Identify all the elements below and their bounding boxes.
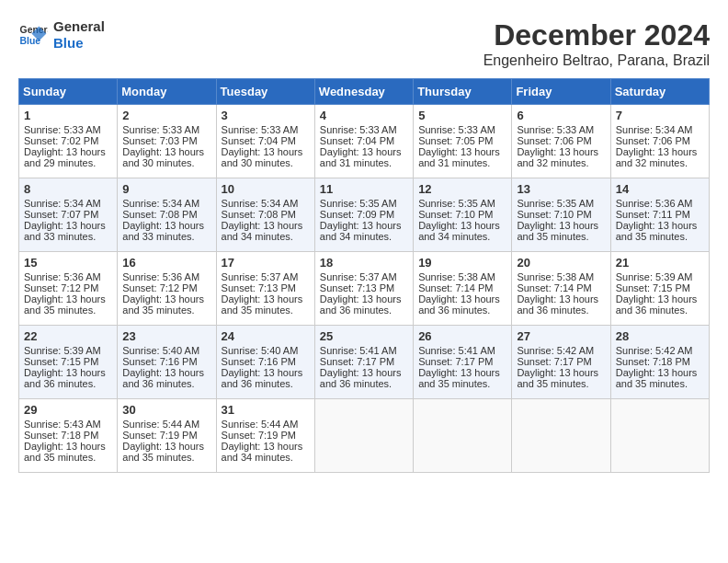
day-number: 25	[320, 329, 408, 343]
calendar-cell: 2Sunrise: 5:33 AMSunset: 7:03 PMDaylight…	[118, 105, 216, 178]
calendar-cell: 23Sunrise: 5:40 AMSunset: 7:16 PMDayligh…	[118, 326, 216, 399]
calendar-cell: 24Sunrise: 5:40 AMSunset: 7:16 PMDayligh…	[216, 326, 314, 399]
sunset-info: Sunset: 7:13 PM	[320, 282, 408, 293]
sunset-info: Sunset: 7:03 PM	[122, 135, 210, 146]
day-number: 29	[24, 403, 112, 417]
logo-line1: General	[53, 18, 105, 35]
calendar-cell: 5Sunrise: 5:33 AMSunset: 7:05 PMDaylight…	[414, 105, 512, 178]
day-number: 16	[122, 256, 210, 270]
calendar-cell: 7Sunrise: 5:34 AMSunset: 7:06 PMDaylight…	[610, 105, 709, 178]
calendar-header-row: SundayMondayTuesdayWednesdayThursdayFrid…	[19, 79, 710, 105]
calendar-cell	[414, 399, 512, 473]
daylight-info: Daylight: 13 hours and 34 minutes.	[418, 220, 506, 242]
logo: General Blue General Blue	[18, 18, 105, 52]
sunset-info: Sunset: 7:17 PM	[418, 356, 506, 367]
calendar-cell: 4Sunrise: 5:33 AMSunset: 7:04 PMDaylight…	[314, 105, 413, 178]
day-number: 5	[418, 109, 506, 122]
calendar-cell	[314, 399, 413, 473]
sunset-info: Sunset: 7:10 PM	[418, 209, 506, 220]
calendar-cell	[610, 399, 709, 473]
location-title: Engenheiro Beltrao, Parana, Brazil	[483, 52, 710, 69]
logo-line2: Blue	[53, 35, 105, 52]
day-number: 26	[418, 329, 506, 343]
daylight-info: Daylight: 13 hours and 35 minutes.	[517, 220, 605, 242]
sunset-info: Sunset: 7:02 PM	[24, 135, 112, 146]
day-number: 20	[517, 256, 605, 270]
daylight-info: Daylight: 13 hours and 35 minutes.	[616, 367, 704, 389]
sunrise-info: Sunrise: 5:34 AM	[222, 198, 310, 209]
daylight-info: Daylight: 13 hours and 34 minutes.	[222, 441, 310, 463]
logo-icon: General Blue	[18, 20, 48, 50]
daylight-info: Daylight: 13 hours and 33 minutes.	[24, 220, 112, 242]
sunrise-info: Sunrise: 5:40 AM	[222, 345, 310, 356]
day-number: 3	[222, 109, 310, 122]
daylight-info: Daylight: 13 hours and 36 minutes.	[320, 367, 408, 389]
daylight-info: Daylight: 13 hours and 34 minutes.	[222, 220, 310, 242]
calendar-cell: 12Sunrise: 5:35 AMSunset: 7:10 PMDayligh…	[414, 178, 512, 252]
calendar-cell: 1Sunrise: 5:33 AMSunset: 7:02 PMDaylight…	[19, 105, 118, 178]
sunset-info: Sunset: 7:07 PM	[24, 209, 112, 220]
sunset-info: Sunset: 7:04 PM	[320, 135, 408, 146]
daylight-info: Daylight: 13 hours and 30 minutes.	[222, 146, 310, 168]
sunrise-info: Sunrise: 5:33 AM	[517, 124, 605, 135]
day-number: 22	[24, 329, 112, 343]
sunset-info: Sunset: 7:16 PM	[122, 356, 210, 367]
day-number: 28	[616, 329, 704, 343]
sunset-info: Sunset: 7:17 PM	[320, 356, 408, 367]
daylight-info: Daylight: 13 hours and 35 minutes.	[222, 293, 310, 316]
calendar-week-row: 1Sunrise: 5:33 AMSunset: 7:02 PMDaylight…	[19, 105, 710, 178]
sunrise-info: Sunrise: 5:38 AM	[517, 271, 605, 282]
sunset-info: Sunset: 7:16 PM	[222, 356, 310, 367]
sunset-info: Sunset: 7:04 PM	[222, 135, 310, 146]
sunrise-info: Sunrise: 5:41 AM	[320, 345, 408, 356]
calendar-cell: 30Sunrise: 5:44 AMSunset: 7:19 PMDayligh…	[118, 399, 216, 473]
sunrise-info: Sunrise: 5:33 AM	[418, 124, 506, 135]
calendar-cell: 26Sunrise: 5:41 AMSunset: 7:17 PMDayligh…	[414, 326, 512, 399]
daylight-info: Daylight: 13 hours and 36 minutes.	[320, 293, 408, 316]
daylight-info: Daylight: 13 hours and 36 minutes.	[122, 367, 210, 389]
day-of-week-header: Sunday	[19, 79, 118, 105]
sunset-info: Sunset: 7:10 PM	[517, 209, 605, 220]
sunrise-info: Sunrise: 5:33 AM	[222, 124, 310, 135]
sunrise-info: Sunrise: 5:42 AM	[517, 345, 605, 356]
daylight-info: Daylight: 13 hours and 32 minutes.	[616, 146, 704, 168]
sunset-info: Sunset: 7:08 PM	[122, 209, 210, 220]
daylight-info: Daylight: 13 hours and 35 minutes.	[517, 367, 605, 389]
sunrise-info: Sunrise: 5:38 AM	[418, 271, 506, 282]
daylight-info: Daylight: 13 hours and 33 minutes.	[122, 220, 210, 242]
sunset-info: Sunset: 7:06 PM	[616, 135, 704, 146]
day-number: 7	[616, 109, 704, 122]
calendar-cell: 27Sunrise: 5:42 AMSunset: 7:17 PMDayligh…	[512, 326, 610, 399]
day-of-week-header: Wednesday	[314, 79, 413, 105]
calendar-cell: 28Sunrise: 5:42 AMSunset: 7:18 PMDayligh…	[610, 326, 709, 399]
sunrise-info: Sunrise: 5:39 AM	[24, 345, 112, 356]
day-number: 19	[418, 256, 506, 270]
sunrise-info: Sunrise: 5:44 AM	[222, 419, 310, 430]
sunrise-info: Sunrise: 5:33 AM	[24, 124, 112, 135]
daylight-info: Daylight: 13 hours and 30 minutes.	[122, 146, 210, 168]
sunrise-info: Sunrise: 5:37 AM	[320, 271, 408, 282]
calendar-cell	[512, 399, 610, 473]
sunset-info: Sunset: 7:17 PM	[517, 356, 605, 367]
daylight-info: Daylight: 13 hours and 34 minutes.	[320, 220, 408, 242]
day-number: 21	[616, 256, 704, 270]
day-number: 15	[24, 256, 112, 270]
daylight-info: Daylight: 13 hours and 29 minutes.	[24, 146, 112, 168]
sunset-info: Sunset: 7:09 PM	[320, 209, 408, 220]
sunrise-info: Sunrise: 5:36 AM	[122, 271, 210, 282]
daylight-info: Daylight: 13 hours and 35 minutes.	[122, 293, 210, 316]
sunrise-info: Sunrise: 5:33 AM	[122, 124, 210, 135]
calendar-cell: 31Sunrise: 5:44 AMSunset: 7:19 PMDayligh…	[216, 399, 314, 473]
calendar-week-row: 22Sunrise: 5:39 AMSunset: 7:15 PMDayligh…	[19, 326, 710, 399]
sunrise-info: Sunrise: 5:36 AM	[616, 198, 704, 209]
day-number: 4	[320, 109, 408, 122]
daylight-info: Daylight: 13 hours and 35 minutes.	[24, 441, 112, 463]
calendar-cell: 11Sunrise: 5:35 AMSunset: 7:09 PMDayligh…	[314, 178, 413, 252]
day-of-week-header: Monday	[118, 79, 216, 105]
calendar-cell: 29Sunrise: 5:43 AMSunset: 7:18 PMDayligh…	[19, 399, 118, 473]
day-number: 27	[517, 329, 605, 343]
sunrise-info: Sunrise: 5:33 AM	[320, 124, 408, 135]
sunset-info: Sunset: 7:12 PM	[24, 282, 112, 293]
sunset-info: Sunset: 7:06 PM	[517, 135, 605, 146]
sunrise-info: Sunrise: 5:35 AM	[320, 198, 408, 209]
